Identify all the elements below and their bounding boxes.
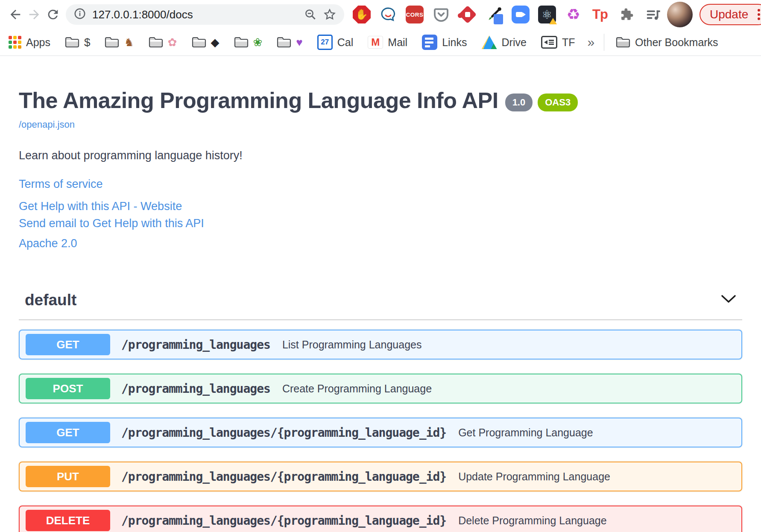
links-icon <box>422 35 437 50</box>
bookmark-drive[interactable]: Drive <box>474 35 534 49</box>
purple-recycle-extension-icon[interactable]: ♻ <box>565 6 582 23</box>
address-bar[interactable]: 127.0.0.1:8000/docs <box>66 4 344 25</box>
bookmark-star-icon[interactable] <box>323 8 337 21</box>
chat-bubble-extension-icon[interactable] <box>379 6 397 23</box>
endpoint-path: /programming_languages/{programming_lang… <box>121 470 446 484</box>
color-picker-extension-icon[interactable] <box>485 6 503 23</box>
page-info-icon[interactable] <box>73 7 86 22</box>
gmail-icon: M <box>368 36 383 49</box>
bookmark-folder-brain[interactable]: ✿ <box>141 36 184 48</box>
bookmarks-separator <box>604 34 604 51</box>
endpoint-summary: Get Programming Language <box>458 427 593 439</box>
bookmark-folder-purple-heart[interactable]: ♥ <box>269 36 310 48</box>
react-devtools-extension-icon[interactable]: ⚛ <box>538 6 556 23</box>
browser-toolbar: 127.0.0.1:8000/docs ✋ CORS ⚛ ♻ Tp <box>0 0 761 29</box>
red-diamond-extension-icon[interactable] <box>459 6 477 23</box>
section-title: default <box>25 291 76 309</box>
endpoint-summary: List Programming Languages <box>282 339 422 351</box>
folder-icon <box>234 36 249 48</box>
reload-button[interactable] <box>44 5 62 24</box>
adblock-extension-icon[interactable]: ✋ <box>353 6 371 23</box>
version-badge: 1.0 <box>505 94 533 111</box>
bookmarks-bar: Apps $ ♞ ✿ ◆ ❀ ♥ 27 Cal M Mail Links Dri… <box>0 29 761 56</box>
endpoint-row[interactable]: POST /programming_languages Create Progr… <box>19 374 742 403</box>
api-description: Learn about programming language history… <box>19 149 742 162</box>
graduation-cap-emoji: ◆ <box>211 37 220 48</box>
terms-of-service-link[interactable]: Terms of service <box>19 178 742 191</box>
endpoint-path: /programming_languages <box>121 338 270 352</box>
endpoint-path: /programming_languages <box>121 382 270 396</box>
oas3-badge: OAS3 <box>538 94 578 111</box>
folder-icon <box>149 36 163 48</box>
method-badge[interactable]: PUT <box>26 466 110 487</box>
purple-heart-emoji: ♥ <box>296 37 302 48</box>
url-text[interactable]: 127.0.0.1:8000/docs <box>92 8 298 21</box>
folder-icon <box>192 36 206 48</box>
warning-triangle-icon <box>549 18 557 24</box>
bookmark-apps[interactable]: Apps <box>7 36 58 49</box>
endpoint-path: /programming_languages/{programming_lang… <box>121 426 446 440</box>
bookmark-folder-carousel-horse[interactable]: ♞ <box>97 36 141 48</box>
menu-dots-icon[interactable] <box>754 6 761 23</box>
endpoint-summary: Delete Programming Language <box>458 514 606 527</box>
zoom-extension-icon[interactable] <box>512 6 530 23</box>
endpoint-row[interactable]: GET /programming_languages List Programm… <box>19 330 742 360</box>
forward-button[interactable] <box>25 5 44 24</box>
bookmark-gmail[interactable]: M Mail <box>360 36 415 49</box>
carousel-horse-emoji: ♞ <box>124 37 134 48</box>
google-calendar-icon: 27 <box>317 35 333 50</box>
help-email-link[interactable]: Send email to Get Help with this API <box>19 215 742 232</box>
license-link[interactable]: Apache 2.0 <box>19 237 742 250</box>
swagger-docs-page: The Amazing Programming Language Info AP… <box>0 88 761 532</box>
folder-icon <box>105 36 119 48</box>
endpoint-row[interactable]: GET /programming_languages/{programming_… <box>19 418 742 447</box>
cors-extension-icon[interactable]: CORS <box>406 6 424 23</box>
folder-icon <box>616 36 630 48</box>
bookmark-folder-dollar[interactable]: $ <box>58 36 97 48</box>
method-badge[interactable]: GET <box>26 422 110 443</box>
collapse-chevron-icon[interactable] <box>720 294 737 306</box>
folder-icon <box>65 36 79 48</box>
endpoint-path: /programming_languages/{programming_lang… <box>121 514 446 528</box>
brain-emoji: ✿ <box>168 37 177 48</box>
extensions-puzzle-icon[interactable] <box>618 6 635 23</box>
endpoint-row[interactable]: PUT /programming_languages/{programming_… <box>19 462 742 491</box>
page-title: The Amazing Programming Language Info AP… <box>19 88 498 113</box>
method-badge[interactable]: GET <box>26 334 110 355</box>
extensions-row: ✋ CORS ⚛ ♻ Tp <box>350 6 664 23</box>
folder-icon <box>277 36 291 48</box>
music-queue-icon[interactable] <box>644 6 662 23</box>
pocket-extension-icon[interactable] <box>432 6 450 23</box>
back-button[interactable] <box>6 5 25 24</box>
bookmark-calendar[interactable]: 27 Cal <box>310 35 361 50</box>
method-badge[interactable]: DELETE <box>26 510 110 531</box>
endpoint-row[interactable]: DELETE /programming_languages/{programmi… <box>19 506 742 532</box>
bookmark-folder-herb[interactable]: ❀ <box>227 36 270 48</box>
zoom-out-icon[interactable] <box>304 8 317 21</box>
profile-avatar[interactable] <box>667 2 693 27</box>
herb-emoji: ❀ <box>253 37 263 48</box>
tf-icon <box>541 36 557 49</box>
bookmarks-overflow-chevron[interactable]: » <box>582 35 600 50</box>
bookmark-folder-graduation-cap[interactable]: ◆ <box>184 36 227 48</box>
bookmark-links[interactable]: Links <box>415 35 474 50</box>
endpoint-list: GET /programming_languages List Programm… <box>19 330 742 532</box>
openapi-spec-link[interactable]: /openapi.json <box>19 119 75 130</box>
endpoint-summary: Update Programming Language <box>458 471 610 483</box>
help-website-link[interactable]: Get Help with this API - Website <box>19 198 742 215</box>
update-button[interactable]: Update <box>700 4 761 25</box>
apps-grid-icon <box>9 36 21 49</box>
default-section-header[interactable]: default <box>19 291 742 320</box>
bookmark-other-bookmarks[interactable]: Other Bookmarks <box>609 36 726 49</box>
tampermonkey-extension-icon[interactable]: Tp <box>591 6 609 23</box>
endpoint-summary: Create Programming Language <box>282 383 432 395</box>
google-drive-icon <box>482 35 497 49</box>
method-badge[interactable]: POST <box>26 378 110 399</box>
bookmark-tf[interactable]: TF <box>534 36 582 49</box>
